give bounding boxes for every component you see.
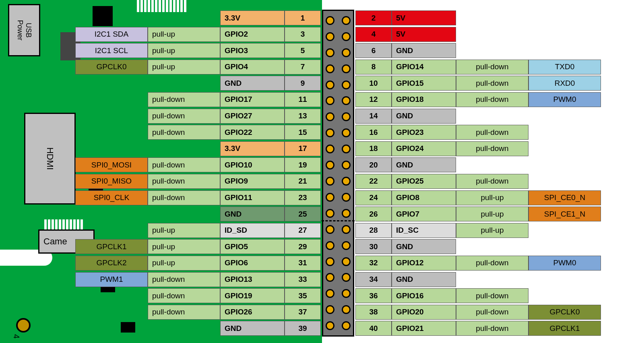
pin-row: SPI0_MISOpull-downGPIO921 bbox=[75, 173, 321, 190]
pin-pull: pull-down bbox=[148, 272, 220, 287]
pin-number: 17 bbox=[285, 141, 321, 156]
hdmi-label: HDMI bbox=[45, 147, 55, 170]
pin-pull: pull-up bbox=[148, 27, 220, 42]
gpio-pin bbox=[342, 128, 351, 137]
pin-number: 24 bbox=[355, 190, 392, 205]
pin-name: 5V bbox=[392, 27, 456, 42]
pin-row: pull-downGPIO1711 bbox=[148, 91, 321, 108]
pin-number: 39 bbox=[285, 321, 321, 336]
pin-row: 22GPIO25pull-down bbox=[355, 173, 528, 190]
pin-alt-function: GPCLK0 bbox=[75, 60, 148, 74]
pin-number: 5 bbox=[285, 43, 321, 58]
pin-row: 6GND bbox=[355, 42, 456, 59]
pin-alt-function: GPCLK0 bbox=[528, 305, 601, 320]
pin-labels-right: 25V45V6GND8GPIO14pull-downTXD010GPIO15pu… bbox=[355, 10, 601, 337]
pin-labels-left: 3.3V1I2C1 SDApull-upGPIO23I2C1 SCLpull-u… bbox=[75, 10, 321, 337]
pin-number: 18 bbox=[355, 141, 392, 156]
gpio-pin bbox=[342, 209, 351, 218]
pin-name: GND bbox=[392, 43, 456, 58]
pin-alt-function: SPI0_MOSI bbox=[75, 157, 148, 172]
pin-name: GPIO25 bbox=[392, 174, 456, 189]
gpio-pin bbox=[326, 289, 334, 298]
pin-row: GND9 bbox=[220, 75, 321, 91]
pin-number: 22 bbox=[355, 174, 392, 189]
pin-number: 11 bbox=[285, 92, 321, 107]
pin-pull: pull-up bbox=[148, 239, 220, 254]
pin-row: 26GPIO7pull-upSPI_CE1_N bbox=[355, 206, 601, 222]
pin-alt-function: SPI_CE1_N bbox=[528, 207, 601, 221]
pin-name: GND bbox=[392, 239, 456, 254]
pin-row: 20GND bbox=[355, 157, 456, 173]
pin-number: 10 bbox=[355, 76, 392, 91]
pin-name: GPIO14 bbox=[392, 60, 456, 74]
pin-alt-function: PWM0 bbox=[528, 256, 601, 271]
pin-name: GPIO6 bbox=[220, 256, 285, 271]
gpio-pin bbox=[326, 128, 334, 137]
pin-number: 26 bbox=[355, 207, 392, 221]
gpio-pin bbox=[342, 193, 351, 202]
pin-pull: pull-down bbox=[148, 109, 220, 124]
pin-row: 38GPIO20pull-downGPCLK0 bbox=[355, 304, 601, 320]
pin-pull: pull-down bbox=[148, 174, 220, 189]
gpio-pin bbox=[326, 225, 334, 234]
gpio-header bbox=[322, 10, 354, 337]
pin-number: 33 bbox=[285, 272, 321, 287]
pin-pull: pull-up bbox=[148, 60, 220, 74]
gpio-pin-row bbox=[326, 157, 351, 173]
gpio-pin-row bbox=[326, 173, 351, 189]
pin-alt-function: I2C1 SDA bbox=[75, 27, 148, 42]
pin-name: GPIO3 bbox=[220, 43, 285, 58]
gpio-pin bbox=[342, 64, 351, 73]
pin-row: pull-upID_SD27 bbox=[148, 222, 321, 239]
pin-row: 34GND bbox=[355, 271, 456, 288]
pin-number: 38 bbox=[355, 305, 392, 320]
pin-row: 12GPIO18pull-downPWM0 bbox=[355, 91, 601, 108]
gpio-pin-row bbox=[326, 238, 351, 254]
pin-name: GPIO7 bbox=[392, 207, 456, 221]
gpio-pin bbox=[342, 112, 351, 121]
pin-pull: pull-down bbox=[148, 305, 220, 320]
gpio-pin bbox=[326, 112, 334, 121]
pin-name: GPIO2 bbox=[220, 27, 285, 42]
gpio-pin bbox=[326, 81, 334, 89]
pin-row: 18GPIO24pull-down bbox=[355, 141, 528, 157]
pin-row: SPI0_CLKpull-downGPIO1123 bbox=[75, 190, 321, 206]
pin-number: 27 bbox=[285, 223, 321, 238]
pin-pull: pull-up bbox=[148, 223, 220, 238]
pin-name: ID_SC bbox=[392, 223, 456, 238]
gpio-pin bbox=[326, 305, 334, 314]
gpio-pin bbox=[326, 193, 334, 202]
pin-row: 36GPIO16pull-down bbox=[355, 287, 528, 304]
pin-number: 37 bbox=[285, 305, 321, 320]
gpio-pin-row bbox=[326, 221, 351, 238]
pin-row: 30GND bbox=[355, 238, 456, 255]
pin-row: GPCLK0pull-upGPIO47 bbox=[75, 59, 321, 75]
pin-name: GPIO22 bbox=[220, 125, 285, 140]
gpio-pin bbox=[326, 241, 334, 250]
pin-number: 36 bbox=[355, 288, 392, 303]
gpio-pin bbox=[326, 177, 334, 186]
gpio-pin bbox=[342, 305, 351, 314]
gpio-pin-row bbox=[326, 318, 351, 334]
pin-row: GND25 bbox=[220, 206, 321, 222]
pin-name: GPIO17 bbox=[220, 92, 285, 107]
pin-number: 13 bbox=[285, 109, 321, 124]
gpio-pin bbox=[326, 161, 334, 169]
pin-alt-function: RXD0 bbox=[528, 76, 601, 91]
pin-number: 30 bbox=[355, 239, 392, 254]
pin-number: 20 bbox=[355, 157, 392, 172]
gpio-pin bbox=[342, 241, 351, 250]
pin-name: GPIO24 bbox=[392, 141, 456, 156]
pin-name: GPIO19 bbox=[220, 288, 285, 303]
pin-pull: pull-down bbox=[148, 92, 220, 107]
pin-number: 35 bbox=[285, 288, 321, 303]
pin-alt-function: SPI_CE0_N bbox=[528, 190, 601, 205]
gpio-pin-row bbox=[326, 254, 351, 270]
pin-name: GPIO26 bbox=[220, 305, 285, 320]
pin-row: 24GPIO8pull-upSPI_CE0_N bbox=[355, 190, 601, 206]
gpio-pin bbox=[326, 257, 334, 266]
pin-row: pull-downGPIO2637 bbox=[148, 304, 321, 320]
gpio-pin bbox=[342, 161, 351, 169]
pin-name: GPIO13 bbox=[220, 272, 285, 287]
pin-number: 6 bbox=[355, 43, 392, 58]
